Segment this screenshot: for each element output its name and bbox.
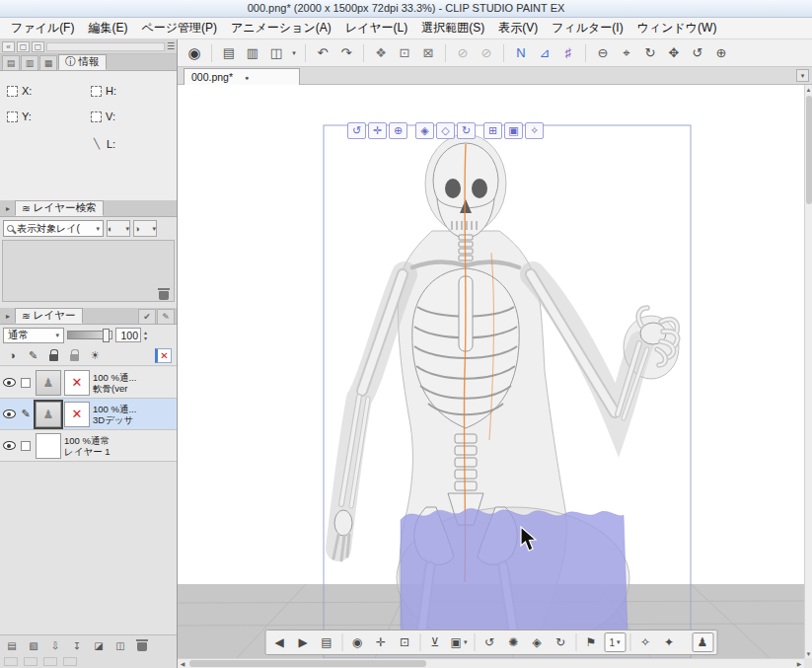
- filter-user-button[interactable]: ◐▾: [107, 220, 130, 237]
- light-source-icon[interactable]: ✺: [502, 632, 524, 652]
- draft-layer-icon[interactable]: ✎: [26, 348, 40, 363]
- layer-thumbnail[interactable]: [36, 433, 61, 459]
- lock-layer-icon[interactable]: [46, 348, 61, 363]
- delete-layer-icon[interactable]: [134, 638, 150, 652]
- next-icon[interactable]: ▶: [292, 632, 314, 652]
- transform-scale-icon[interactable]: ⊡: [394, 42, 415, 64]
- transfer-layer-icon[interactable]: ⇩: [47, 638, 63, 652]
- new-folder-icon[interactable]: ▧: [26, 638, 41, 652]
- new-layer-icon[interactable]: ▤: [4, 638, 20, 652]
- new-canvas-icon[interactable]: ▤: [218, 42, 240, 64]
- layer-mask-icon[interactable]: ◪: [91, 638, 107, 652]
- camera-zoom-icon[interactable]: ⊡: [394, 632, 415, 652]
- layer-color-icon[interactable]: ◑: [5, 348, 20, 363]
- lock-transparent-icon[interactable]: [67, 348, 82, 363]
- merge-down-icon[interactable]: ↧: [69, 638, 85, 652]
- trash-icon[interactable]: [159, 288, 169, 300]
- rotate-view-icon[interactable]: ↻: [639, 42, 661, 64]
- opacity-value[interactable]: 100: [115, 328, 141, 342]
- layer-keyframe-disabled-icon[interactable]: ✕: [155, 348, 172, 363]
- clip-studio-logo-icon[interactable]: ◉: [184, 42, 205, 64]
- navigator-tab-icon[interactable]: ▤: [2, 55, 20, 70]
- invert-selection-icon[interactable]: ⊘: [476, 42, 497, 64]
- visibility-eye-icon[interactable]: [3, 409, 16, 418]
- scroll-right-icon[interactable]: ▶: [794, 659, 804, 668]
- snap-perspective-icon[interactable]: ⊿: [534, 42, 555, 64]
- save-file-icon[interactable]: ◫: [265, 42, 287, 64]
- pose-tool-icon[interactable]: ⚑: [580, 632, 602, 652]
- opacity-slider[interactable]: [67, 331, 112, 339]
- ground-plane-icon[interactable]: ▣: [504, 122, 523, 139]
- layer-row-3d-drawing[interactable]: ✎ ♟ ✕ 100 %通... 3Dデッサ: [0, 399, 177, 430]
- spinner-down-icon[interactable]: ▾: [144, 335, 147, 341]
- menu-layer[interactable]: レイヤー(L): [338, 18, 415, 38]
- model-number-dropdown[interactable]: 1▾: [604, 632, 626, 652]
- object-rotate-icon[interactable]: ↻: [457, 122, 476, 139]
- layer-row-cartilage[interactable]: ♟ ✕ 100 %通... 軟骨(ver: [0, 367, 177, 399]
- menu-file[interactable]: ファイル(F): [4, 18, 81, 38]
- zoom-in-icon[interactable]: ⊕: [710, 42, 732, 64]
- apply-mask-icon[interactable]: ◫: [112, 638, 128, 652]
- rotate-mode-icon[interactable]: ↺: [479, 632, 500, 652]
- zoom-out-icon[interactable]: ⊖: [592, 42, 614, 64]
- vertical-scrollbar[interactable]: ▲ ▼: [804, 85, 812, 658]
- layer-search-results-list[interactable]: [2, 240, 175, 302]
- zoom-tool-icon[interactable]: ⌖: [616, 42, 637, 64]
- object-settings-icon[interactable]: ✧: [525, 122, 544, 139]
- menu-animation[interactable]: アニメーション(A): [224, 18, 338, 38]
- document-canvas[interactable]: ↺ ✛ ⊕ ◈ ◇ ↻ ⊞ ▣ ✧ ◀ ▶ ▤ ◉ ✛ ⊡ ⊻ ▣▾: [178, 85, 804, 658]
- layer-mask-thumbnail[interactable]: ✕: [64, 402, 90, 427]
- panel-tab-icon[interactable]: ▢: [32, 41, 44, 52]
- scroll-down-icon[interactable]: ▼: [805, 649, 812, 658]
- footer-extra-icon[interactable]: [24, 657, 37, 666]
- tab-layers[interactable]: ≋ レイヤー: [15, 308, 83, 324]
- menu-view[interactable]: 表示(V): [491, 18, 545, 38]
- footer-extra-icon[interactable]: [4, 657, 18, 666]
- undo-icon[interactable]: ↶: [312, 42, 333, 64]
- snap-ruler-icon[interactable]: N: [510, 42, 532, 64]
- tab-layer-search[interactable]: ≋ レイヤー検索: [15, 200, 104, 216]
- light-table-icon[interactable]: ☀: [88, 348, 103, 363]
- transform-rotate-icon[interactable]: ⊠: [417, 42, 439, 64]
- add-figure-icon[interactable]: ♟: [692, 632, 713, 652]
- open-file-icon[interactable]: ▥: [242, 42, 263, 64]
- layer-checkbox[interactable]: [21, 378, 31, 388]
- camera-rotate-icon[interactable]: ↺: [347, 122, 366, 139]
- tab-info[interactable]: ⓘ 情報: [58, 54, 107, 70]
- tab-list-dropdown-icon[interactable]: ▾: [796, 69, 809, 82]
- layer-mask-thumbnail[interactable]: ✕: [64, 370, 90, 396]
- menu-edit[interactable]: 編集(E): [81, 18, 134, 38]
- move-mode-dropdown[interactable]: ▣▾: [448, 632, 470, 652]
- transform-move-icon[interactable]: ❖: [370, 42, 392, 64]
- scroll-up-icon[interactable]: ▲: [805, 85, 812, 94]
- redo-icon[interactable]: ↷: [335, 42, 357, 64]
- camera-zoom-icon[interactable]: ⊕: [389, 122, 407, 139]
- subview-tab-icon[interactable]: ▥: [21, 55, 38, 70]
- spin-object-icon[interactable]: ↻: [550, 632, 571, 652]
- collapse-panel-icon[interactable]: «: [2, 41, 15, 52]
- layer-thumbnail[interactable]: ♟: [36, 370, 61, 396]
- reset-view-icon[interactable]: ↺: [687, 42, 708, 64]
- deselect-icon[interactable]: ⊘: [452, 42, 474, 64]
- object-move-plane-icon[interactable]: ◈: [415, 122, 434, 139]
- layer-row-layer1[interactable]: 100 %通常 レイヤー 1: [0, 430, 177, 462]
- visibility-eye-icon[interactable]: [3, 378, 16, 387]
- menu-window[interactable]: ウィンドウ(W): [630, 18, 724, 38]
- scroll-left-icon[interactable]: ◀: [178, 659, 187, 668]
- object-snap-icon[interactable]: ⊞: [483, 122, 502, 139]
- footer-extra-icon[interactable]: [63, 657, 77, 666]
- layer-brush-icon[interactable]: ✎: [157, 309, 175, 324]
- menu-selection[interactable]: 選択範囲(S): [414, 18, 491, 38]
- camera-pan-icon[interactable]: ✛: [370, 632, 392, 652]
- camera-pan-icon[interactable]: ✛: [368, 122, 387, 139]
- search-target-dropdown[interactable]: 表示対象レイ( ▾: [3, 220, 104, 237]
- physics-icon[interactable]: ✧: [634, 632, 656, 652]
- panel-scroll-track[interactable]: [46, 42, 165, 51]
- save-dropdown-icon[interactable]: ▾: [289, 42, 299, 64]
- grid-icon[interactable]: ♯: [557, 42, 579, 64]
- blend-mode-dropdown[interactable]: 通常 ▾: [3, 328, 64, 343]
- perspective-cube-icon[interactable]: ◈: [526, 632, 548, 652]
- vertical-scroll-thumb[interactable]: [806, 96, 812, 204]
- prev-icon[interactable]: ◀: [268, 632, 290, 652]
- camera-rotate-icon[interactable]: ◉: [346, 632, 368, 652]
